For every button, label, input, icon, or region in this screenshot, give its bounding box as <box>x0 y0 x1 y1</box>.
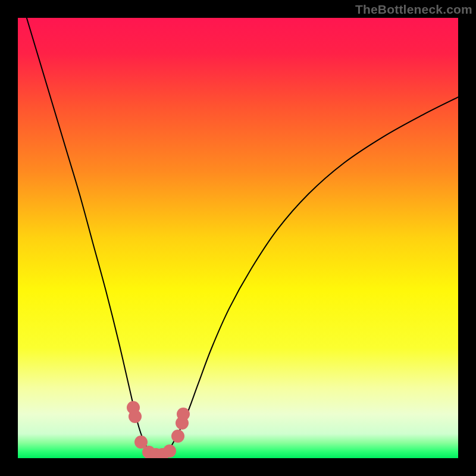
chart-frame: TheBottleneck.com <box>0 0 476 476</box>
background-gradient <box>18 18 458 458</box>
plot-area <box>18 18 458 458</box>
watermark-label: TheBottleneck.com <box>355 2 472 17</box>
